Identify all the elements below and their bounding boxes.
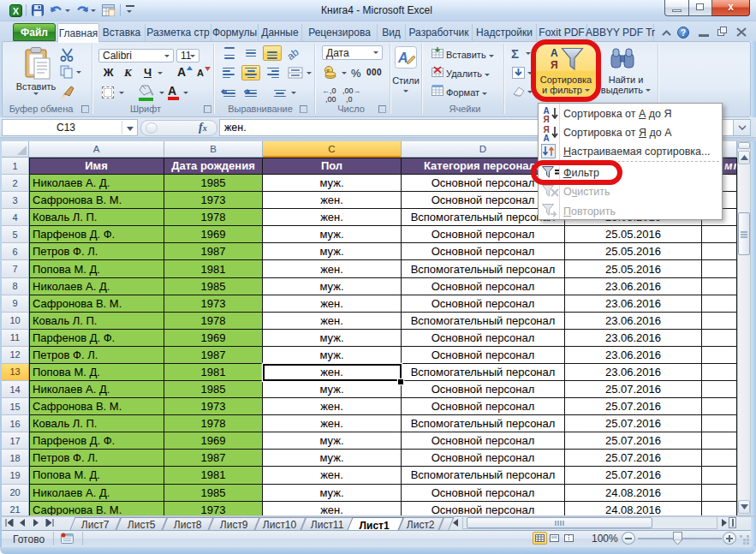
svg-text:A: A: [397, 51, 408, 65]
svg-text:ab: ab: [288, 46, 301, 60]
